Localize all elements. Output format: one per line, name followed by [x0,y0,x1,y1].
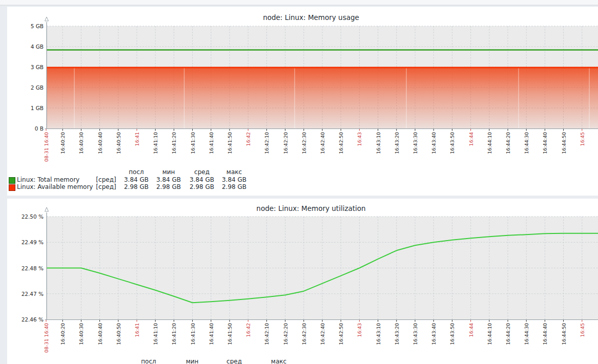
x-tick-label: 16:44:50 [561,132,567,154]
x-tick-label: 16:42:50 [338,132,344,154]
memory-usage-graph[interactable]: 5 GB4 GB3 GB2 GB1 GB0 B08-31 16:4016:40:… [0,7,598,196]
y-tick-label: 22.49 % [22,239,44,245]
y-tick-label: 5 GB [31,23,44,29]
legend-col-min: мин [186,358,199,364]
x-tick-label: 16:42:20 [283,323,288,345]
x-tick-label: 16:44:30 [524,132,529,154]
legend-color-swatch [9,184,15,191]
x-tick-label: 16:44 [468,132,474,146]
legend-color-swatch [9,177,15,184]
y-tick-label: 22.50 % [22,213,44,220]
x-tick-label: 16:41:50 [227,323,233,345]
x-tick-label: 16:40:30 [78,132,84,154]
x-tick-label: 16:42:30 [301,323,307,345]
x-tick-label: 16:44 [468,323,474,337]
x-tick-label: 16:41:10 [153,132,158,154]
browser-top-strip [0,0,598,5]
x-tick-label: 16:41:30 [190,132,196,154]
legend-value-max: 3.84 GB [222,177,246,183]
legend-value-avg: 2.98 GB [190,184,214,190]
legend-aggregation: [сред] [96,184,116,190]
zabbix-dashboard-page: 5 GB4 GB3 GB2 GB1 GB0 B08-31 16:4016:40:… [0,0,598,364]
x-tick-label: 16:44:10 [487,323,492,345]
x-tick-label: 16:41:20 [171,323,177,345]
x-tick-label: 08-31 16:40 [44,132,49,162]
x-tick-label: 16:44:30 [524,323,529,345]
x-tick-label: 16:40:50 [116,132,121,154]
memory-usage-legend-header: посл мин сред макс [0,169,598,176]
y-tick-label: 22.48 % [22,265,44,271]
x-tick-label: 16:41 [134,132,140,146]
legend-series-label: Linux: Available memory [17,184,93,190]
legend-col-max: макс [271,358,286,364]
x-tick-label: 16:44:50 [561,323,567,345]
memory-usage-title: node: Linux: Memory usage [7,13,598,22]
x-tick-label: 16:42:10 [264,323,270,345]
x-tick-label: 16:43:30 [413,323,418,345]
legend-value-max: 2.98 GB [222,184,246,190]
legend-col-last: посл [141,358,156,364]
y-tick-label: 22.46 % [22,316,44,323]
x-tick-label: 16:44:40 [542,132,548,154]
memory-utilization-legend-header: посл мин сред макс [0,358,598,364]
x-tick-label: 16:40:40 [97,132,103,154]
legend-aggregation: [сред] [96,177,116,183]
legend-value-min: 2.98 GB [156,184,181,190]
x-tick-label: 16:40:20 [60,323,66,345]
x-tick-label: 16:43:40 [431,132,437,154]
x-tick-label: 16:43:40 [431,323,437,345]
x-tick-label: 16:42:40 [320,132,325,154]
x-tick-label: 16:43 [357,323,362,337]
x-tick-label: 16:43:10 [376,132,381,154]
x-tick-label: 16:42:30 [301,132,307,154]
y-tick-label: 4 GB [31,44,44,50]
x-tick-label: 16:41:10 [153,323,158,345]
x-tick-label: 16:41:20 [171,132,177,154]
y-tick-label: 3 GB [31,64,44,70]
x-tick-label: 16:41 [134,323,140,337]
x-tick-label: 16:43:10 [376,323,381,345]
x-tick-label: 16:42 [245,132,251,146]
legend-col-avg: сред [194,169,210,176]
x-tick-label: 16:42:50 [338,323,344,345]
legend-row-available-memory: Linux: Available memory [сред] 2.98 GB 2… [0,184,598,191]
x-tick-label: 16:43 [357,132,362,146]
x-tick-label: 16:42:40 [320,323,325,345]
legend-value-min: 3.84 GB [156,177,181,183]
x-tick-label: 16:44:20 [505,323,511,345]
x-tick-label: 16:44:40 [542,323,548,345]
available-memory-area [47,68,598,129]
legend-series-label: Linux: Total memory [17,177,79,183]
x-tick-label: 16:45 [580,323,585,337]
x-tick-label: 16:41:40 [209,323,214,345]
x-tick-label: 16:40:20 [60,132,66,154]
x-tick-label: 16:44:10 [487,132,492,154]
legend-col-last: посл [129,169,143,176]
memory-utilization-title: node: Linux: Memory utilization [7,204,598,212]
legend-row-total-memory: Linux: Total memory [сред] 3.84 GB 3.84 … [0,177,598,184]
x-tick-label: 16:43:20 [394,132,400,154]
x-tick-label: 16:42:10 [264,132,270,154]
legend-col-avg: сред [226,358,242,364]
memory-utilization-graph[interactable]: 22.50 %22.49 %22.48 %22.47 %22.46 %08-31… [0,199,598,364]
x-tick-label: 16:41:40 [209,132,214,154]
legend-col-max: макс [226,169,242,176]
x-tick-label: 16:41:30 [190,323,196,345]
x-tick-label: 16:43:20 [394,323,400,345]
x-tick-label: 16:45 [580,132,585,146]
x-tick-label: 16:43:50 [449,323,455,345]
y-tick-label: 0 B [35,125,44,132]
x-tick-label: 08-31 16:40 [44,323,49,353]
x-tick-label: 16:44:20 [505,132,511,154]
y-tick-label: 22.47 % [22,291,44,297]
page-top-border [0,5,598,6]
x-tick-label: 16:40:30 [78,323,84,345]
y-tick-label: 1 GB [31,105,44,111]
memory-utilization-frame [47,217,598,319]
x-tick-label: 16:42 [245,323,251,337]
legend-value-last: 2.98 GB [124,184,149,190]
x-tick-label: 16:42:20 [283,132,288,154]
legend-value-last: 3.84 GB [124,177,149,183]
y-tick-label: 2 GB [31,84,44,91]
x-tick-label: 16:40:50 [116,323,121,345]
